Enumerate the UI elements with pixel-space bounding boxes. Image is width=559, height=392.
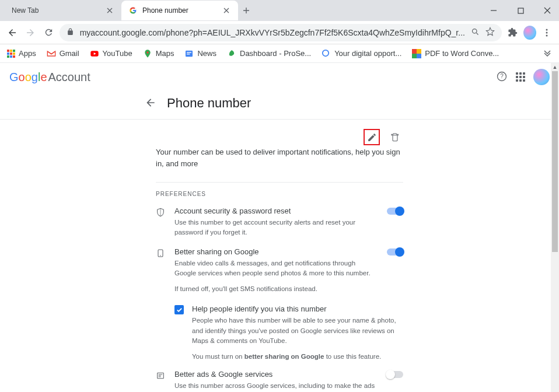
apps-icon: [7, 50, 15, 58]
bookmark-dashboard[interactable]: Dashboard - ProSe...: [227, 49, 311, 58]
pref-description: Enable video calls & messages, and get n…: [174, 258, 379, 279]
bookmark-label: YouTube: [103, 49, 132, 58]
svg-point-5: [546, 34, 548, 36]
tab-title: New Tab: [12, 6, 100, 15]
svg-rect-9: [187, 52, 191, 52]
settings-panel: Your number can be used to deliver impor…: [156, 125, 403, 389]
pref-description: People who have this number will be able…: [192, 316, 403, 346]
vertical-scrollbar[interactable]: ▲: [551, 63, 559, 392]
lock-icon: [67, 28, 74, 37]
google-icon: [322, 49, 331, 58]
scroll-up-arrow[interactable]: ▲: [551, 63, 559, 71]
svg-rect-14: [412, 54, 417, 58]
bookmark-label: Your digital opport...: [334, 49, 401, 58]
maximize-button[interactable]: [512, 2, 529, 19]
close-icon[interactable]: [105, 6, 114, 15]
back-button[interactable]: [5, 24, 19, 41]
svg-point-19: [160, 255, 160, 256]
pref-description: Use this number across Google services, …: [174, 381, 379, 389]
pref-title: Account security & password reset: [174, 206, 379, 215]
google-apps-icon[interactable]: [516, 72, 525, 82]
pref-description-2: If turned off, you'll get SMS notificati…: [174, 284, 379, 294]
gmail-icon: [47, 49, 56, 58]
bookmark-digital[interactable]: Your digital opport...: [322, 49, 401, 58]
bookmark-youtube[interactable]: YouTube: [90, 49, 132, 58]
pref-title: Help people identify you via this number: [192, 304, 403, 313]
url-text: myaccount.google.com/phone?ph=AEIUL_JRXk…: [80, 28, 465, 37]
edit-button[interactable]: [364, 129, 380, 145]
sharing-toggle[interactable]: [387, 249, 403, 257]
window-close-button[interactable]: [539, 2, 555, 19]
pref-title: Better ads & Google services: [174, 370, 379, 379]
account-label: Account: [48, 71, 90, 84]
identify-checkbox[interactable]: [174, 305, 184, 314]
bookmark-pdf[interactable]: PDF to Word Conve...: [412, 49, 499, 58]
bookmarks-bar: Apps Gmail YouTube Maps News Dashboard -…: [0, 44, 559, 63]
apps-shortcut[interactable]: Apps: [7, 49, 36, 58]
svg-point-3: [546, 29, 548, 30]
delete-button[interactable]: [387, 129, 403, 145]
svg-point-7: [146, 51, 148, 53]
star-icon[interactable]: [485, 27, 495, 38]
svg-point-2: [472, 29, 477, 33]
shield-icon: [156, 208, 166, 219]
newspaper-icon: [156, 371, 166, 382]
ads-toggle[interactable]: [387, 371, 403, 380]
back-arrow-icon[interactable]: [145, 97, 156, 110]
svg-point-4: [546, 32, 548, 33]
bookmark-news[interactable]: News: [184, 49, 216, 58]
google-logo: Google: [9, 71, 47, 84]
security-toggle[interactable]: [387, 208, 403, 216]
leaf-icon: [227, 49, 236, 58]
page-title: Phone number: [167, 96, 251, 111]
tab-title: Phone number: [142, 6, 217, 15]
phone-description: Your number can be used to deliver impor…: [156, 146, 403, 182]
close-icon[interactable]: [222, 6, 231, 15]
profile-avatar-small[interactable]: [523, 26, 536, 40]
reload-button[interactable]: [41, 24, 55, 41]
forward-button[interactable]: [23, 24, 37, 41]
pref-security: Account security & password reset Use th…: [156, 203, 403, 244]
pref-note: You must turn on better sharing on Googl…: [192, 352, 403, 362]
menu-icon[interactable]: [540, 24, 554, 41]
bookmark-label: Dashboard - ProSe...: [240, 49, 311, 58]
bookmark-label: PDF to Word Conve...: [425, 49, 499, 58]
pref-sharing: Better sharing on Google Enable video ca…: [156, 244, 403, 300]
tab-phone-number[interactable]: Phone number: [121, 1, 238, 20]
minimize-button[interactable]: [485, 2, 502, 19]
profile-avatar[interactable]: [533, 69, 550, 85]
search-icon[interactable]: [471, 27, 480, 38]
bookmark-label: Apps: [19, 49, 36, 58]
bookmark-label: News: [197, 49, 216, 58]
bookmark-gmail[interactable]: Gmail: [47, 49, 79, 58]
extensions-icon[interactable]: [505, 24, 520, 41]
svg-point-11: [323, 50, 329, 56]
bookmark-maps[interactable]: Maps: [143, 49, 174, 58]
help-icon[interactable]: ?: [496, 71, 508, 84]
new-tab-button[interactable]: [238, 2, 254, 19]
pref-description: Use this number to get account security …: [174, 218, 379, 238]
tab-new-tab[interactable]: New Tab: [5, 1, 121, 20]
svg-rect-12: [412, 49, 417, 54]
bookmark-label: Maps: [156, 49, 174, 58]
pref-ads: Better ads & Google services Use this nu…: [156, 366, 403, 389]
google-favicon: [128, 6, 138, 15]
pref-title: Better sharing on Google: [174, 247, 379, 256]
page-content: Google Account ? Phone number Your numbe…: [0, 63, 559, 392]
svg-rect-1: [518, 8, 523, 13]
page-title-row: Phone number: [0, 91, 559, 120]
tab-strip: New Tab Phone number: [0, 0, 559, 21]
svg-rect-15: [417, 54, 421, 58]
pref-identify: Help people identify you via this number…: [156, 300, 403, 362]
device-icon: [156, 249, 166, 260]
google-account-header: Google Account ?: [0, 63, 559, 91]
address-bar[interactable]: myaccount.google.com/phone?ph=AEIUL_JRXk…: [60, 24, 502, 41]
bookmarks-overflow[interactable]: [543, 48, 552, 59]
news-icon: [184, 49, 194, 58]
svg-rect-10: [187, 54, 190, 54]
pdf-icon: [412, 49, 421, 58]
preferences-label: PREFERENCES: [156, 183, 403, 203]
scroll-thumb[interactable]: [552, 71, 558, 252]
bookmark-label: Gmail: [60, 49, 79, 58]
browser-chrome: New Tab Phone number m: [0, 0, 559, 63]
